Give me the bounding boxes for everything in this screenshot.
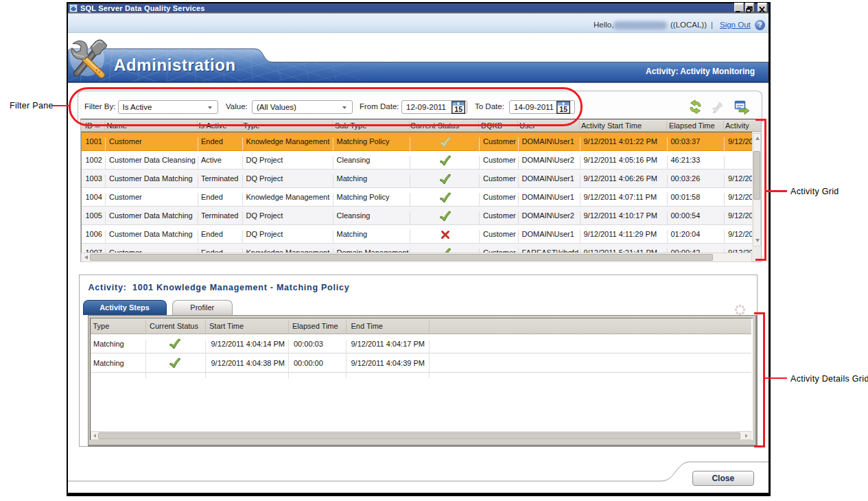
svg-text:Activity: Activity Monitoring: Activity: Activity Monitoring [646, 67, 755, 76]
svg-text:Administration: Administration [114, 56, 236, 74]
